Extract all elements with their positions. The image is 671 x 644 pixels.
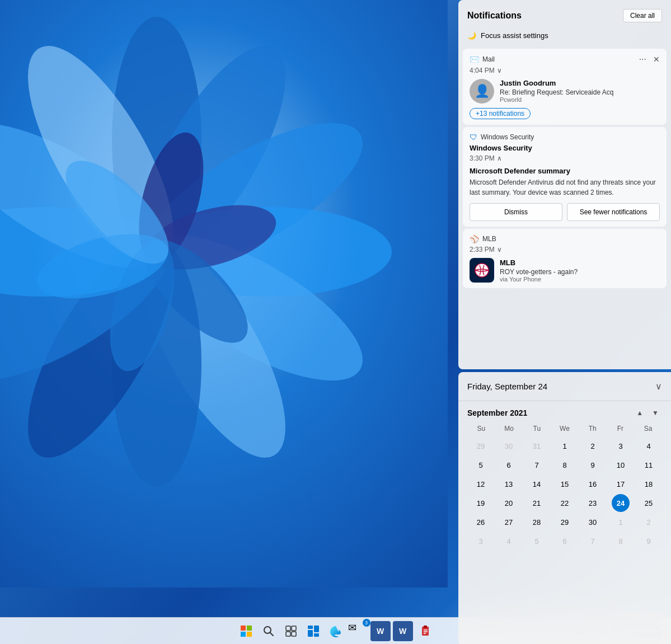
calendar-prev-button[interactable]: ▲ [633, 408, 646, 418]
notifications-header: Notifications Clear all [458, 0, 671, 27]
notifications-panel: Notifications Clear all 🌙 Focus assist s… [458, 0, 671, 369]
widgets-button[interactable] [303, 621, 323, 641]
calendar-day-11[interactable]: 11 [640, 456, 658, 474]
calendar-date-label: Friday, September 24 [467, 382, 547, 391]
calendar-day-1-outside[interactable]: 1 [612, 513, 630, 531]
calendar-day-9[interactable]: 9 [584, 456, 602, 474]
calendar-day-4[interactable]: 4 [640, 437, 658, 455]
calendar-day-3-outside[interactable]: 3 [472, 532, 490, 550]
ws-time-chevron-up[interactable]: ∧ [497, 154, 502, 162]
mail-source: Pcworld [500, 96, 660, 103]
mlb-time-chevron[interactable]: ∨ [497, 246, 502, 253]
calendar-day-2[interactable]: 2 [584, 437, 602, 455]
svg-rect-27 [286, 626, 290, 631]
calendar-day-17[interactable]: 17 [612, 475, 630, 493]
mail-close-button[interactable]: ✕ [653, 55, 660, 64]
calendar-day-31-outside[interactable]: 31 [528, 437, 546, 455]
calendar-day-19[interactable]: 19 [472, 494, 490, 512]
mail-more-notifications[interactable]: +13 notifications [470, 104, 660, 119]
calendar-expand-button[interactable]: ∨ [655, 381, 662, 392]
calendar-day-10[interactable]: 10 [612, 456, 630, 474]
ws-defender-title: Microsoft Defender summary [470, 167, 660, 175]
mlb-notification-body: ROY vote-getters - again? [500, 268, 628, 276]
ws-dismiss-button[interactable]: Dismiss [470, 203, 562, 221]
mail-app-icon: ✉️ [470, 55, 479, 64]
ws-app-icon: 🛡 [470, 133, 477, 142]
mail-more-options-button[interactable]: ··· [637, 54, 649, 64]
svg-rect-33 [308, 630, 313, 637]
mail-taskbar-button[interactable]: ✉ 3 [348, 621, 368, 641]
ws-card-header: 🛡 Windows Security [470, 133, 660, 142]
calendar-day-21[interactable]: 21 [528, 494, 546, 512]
calendar-next-button[interactable]: ▼ [649, 408, 662, 418]
calendar-day-29[interactable]: 29 [556, 513, 574, 531]
calendar-day-13[interactable]: 13 [500, 475, 518, 493]
calendar-day-5[interactable]: 5 [472, 456, 490, 474]
calendar-day-18[interactable]: 18 [640, 475, 658, 493]
calendar-day-2-outside[interactable]: 2 [640, 513, 658, 531]
wallpaper-svg [0, 0, 448, 587]
calendar-day-26[interactable]: 26 [472, 513, 490, 531]
calendar-day-29-outside[interactable]: 29 [472, 437, 490, 455]
calendar-day-30[interactable]: 30 [584, 513, 602, 531]
calendar-day-3[interactable]: 3 [612, 437, 630, 455]
ws-defender-body: Microsoft Defender Antivirus did not fin… [470, 177, 660, 198]
calendar-day-22[interactable]: 22 [556, 494, 574, 512]
mail-time-chevron[interactable]: ∨ [497, 67, 502, 74]
svg-line-26 [270, 633, 273, 636]
mail-card-header: ✉️ Mail ··· ✕ [470, 54, 660, 64]
mail-subject: Re: Briefing Request: Serviceaide Acq [500, 88, 628, 96]
task-view-button[interactable] [281, 621, 301, 641]
calendar-day-20[interactable]: 20 [500, 494, 518, 512]
word-button-2[interactable]: W [393, 621, 413, 641]
word-button-1[interactable]: W [370, 621, 391, 641]
calendar-day-25[interactable]: 25 [640, 494, 658, 512]
weekday-sa: Sa [634, 422, 662, 435]
mlb-notification-content[interactable]: MLB ROY vote-getters - again? via Your P… [470, 258, 660, 283]
mail-notification-content[interactable]: 👤 Justin Goodrum Re: Briefing Request: S… [470, 79, 660, 104]
windows-security-card: 🛡 Windows Security Windows Security 3:30… [463, 127, 667, 227]
mlb-notification-time: 2:33 PM ∨ [470, 246, 660, 253]
svg-rect-24 [247, 632, 252, 637]
calendar-day-6-outside[interactable]: 6 [556, 532, 574, 550]
calendar-day-8-outside[interactable]: 8 [612, 532, 630, 550]
mail-card-actions: ··· ✕ [637, 54, 660, 64]
calendar-day-6[interactable]: 6 [500, 456, 518, 474]
calendar-day-23[interactable]: 23 [584, 494, 602, 512]
calendar-day-7-outside[interactable]: 7 [584, 532, 602, 550]
calendar-day-16[interactable]: 16 [584, 475, 602, 493]
mail-notification-card: ✉️ Mail ··· ✕ 4:04 PM ∨ 👤 Justin Goodrum… [463, 49, 667, 125]
todo-button[interactable] [415, 621, 435, 641]
calendar-day-7[interactable]: 7 [528, 456, 546, 474]
svg-point-25 [264, 627, 271, 633]
svg-rect-32 [314, 626, 319, 632]
mlb-notification-source: via Your Phone [500, 276, 660, 283]
calendar-day-8[interactable]: 8 [556, 456, 574, 474]
calendar-day-27[interactable]: 27 [500, 513, 518, 531]
edge-browser-button[interactable] [326, 621, 346, 641]
calendar-day-4-outside[interactable]: 4 [500, 532, 518, 550]
weekday-su: Su [467, 422, 495, 435]
calendar-day-5-outside[interactable]: 5 [528, 532, 546, 550]
mlb-text-block: MLB ROY vote-getters - again? via Your P… [500, 258, 660, 283]
mail-app-name: ✉️ Mail [470, 55, 495, 64]
mlb-notification-card: ⚾ MLB 2:33 PM ∨ MLB ROY vote-get [463, 229, 667, 288]
ws-notification-time: 3:30 PM ∧ [470, 154, 660, 162]
calendar-day-24[interactable]: 24 [612, 494, 630, 512]
svg-rect-34 [314, 633, 319, 637]
calendar-day-12[interactable]: 12 [472, 475, 490, 493]
ws-section-title: Windows Security [470, 144, 660, 152]
clear-all-button[interactable]: Clear all [623, 9, 662, 22]
calendar-day-30-outside[interactable]: 30 [500, 437, 518, 455]
calendar-day-9-outside[interactable]: 9 [640, 532, 658, 550]
calendar-day-15[interactable]: 15 [556, 475, 574, 493]
calendar-day-14[interactable]: 14 [528, 475, 546, 493]
mail-sender-avatar: 👤 [470, 79, 494, 104]
calendar-day-28[interactable]: 28 [528, 513, 546, 531]
mail-text-block: Justin Goodrum Re: Briefing Request: Ser… [500, 79, 660, 103]
calendar-day-1[interactable]: 1 [556, 437, 574, 455]
search-button[interactable] [259, 621, 279, 641]
start-button[interactable] [236, 621, 256, 641]
ws-fewer-notifications-button[interactable]: See fewer notifications [567, 203, 660, 221]
focus-assist-link[interactable]: 🌙 Focus assist settings [458, 27, 671, 46]
